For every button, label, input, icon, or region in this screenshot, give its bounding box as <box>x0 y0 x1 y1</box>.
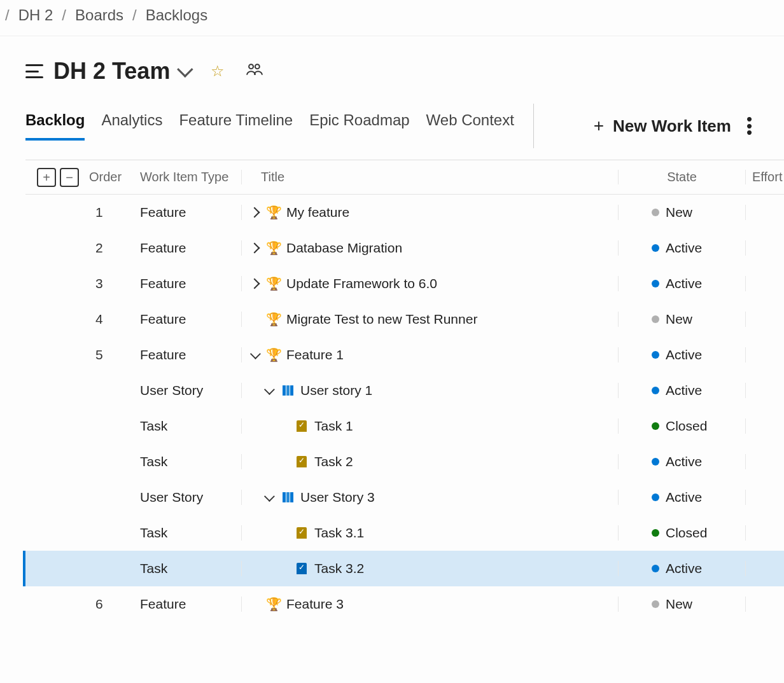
breadcrumb-item[interactable]: Backlogs <box>146 6 207 24</box>
book-icon <box>281 491 294 504</box>
table-row[interactable]: TaskTask 3.2Active <box>23 551 784 586</box>
col-title[interactable]: Title <box>242 170 619 184</box>
row-title: Feature 3 <box>286 597 344 612</box>
table-row[interactable]: TaskTask 2Active <box>25 444 784 479</box>
breadcrumb-item[interactable]: Boards <box>75 6 123 24</box>
tab-epic-roadmap[interactable]: Epic Roadmap <box>309 111 409 141</box>
state-dot-icon <box>652 387 659 394</box>
row-title: My feature <box>286 205 349 220</box>
clipboard-icon <box>295 562 308 575</box>
chevron-right-icon[interactable] <box>249 207 260 218</box>
state-dot-icon <box>652 244 659 252</box>
new-work-item-label: New Work Item <box>613 116 731 136</box>
row-title: Database Migration <box>286 240 402 256</box>
row-type: Task <box>140 525 242 541</box>
plus-icon: + <box>594 116 604 136</box>
table-row[interactable]: User StoryUser Story 3Active <box>25 479 784 515</box>
trophy-icon: 🏆 <box>267 598 280 611</box>
table-row[interactable]: User StoryUser story 1Active <box>25 373 784 408</box>
row-title: Migrate Test to new Test Runner <box>286 312 477 327</box>
expand-all-button[interactable]: + <box>37 168 56 187</box>
row-type: Feature <box>140 312 242 327</box>
table-row[interactable]: 1Feature🏆My featureNew <box>25 195 784 230</box>
page-title: DH 2 Team <box>53 58 170 85</box>
row-order: 4 <box>89 312 140 327</box>
row-type: Task <box>140 561 242 576</box>
state-dot-icon <box>652 280 659 287</box>
table-row[interactable]: 3Feature🏆Update Framework to 6.0Active <box>25 266 784 301</box>
table-row[interactable]: 6Feature🏆Feature 3New <box>25 586 784 622</box>
people-icon[interactable] <box>246 62 263 80</box>
chevron-down-icon[interactable] <box>250 348 261 359</box>
row-order: 1 <box>89 205 140 220</box>
chevron-down-icon[interactable] <box>264 491 275 502</box>
row-state: Active <box>666 276 702 291</box>
row-title: User story 1 <box>300 383 372 398</box>
chevron-down-icon[interactable] <box>264 384 275 395</box>
table-row[interactable]: TaskTask 1Closed <box>25 408 784 444</box>
table-row[interactable]: 2Feature🏆Database MigrationActive <box>25 230 784 266</box>
table-row[interactable]: 5Feature🏆Feature 1Active <box>25 337 784 373</box>
row-state: Active <box>666 347 702 362</box>
row-order: 3 <box>89 276 140 291</box>
state-dot-icon <box>652 315 659 323</box>
row-state: Active <box>666 240 702 256</box>
row-state: Active <box>666 561 702 576</box>
tab-web-context[interactable]: Web Context <box>426 111 514 141</box>
row-title: Update Framework to 6.0 <box>286 276 437 291</box>
table-row[interactable]: TaskTask 3.1Closed <box>25 515 784 551</box>
row-title: Feature 1 <box>286 347 344 362</box>
kebab-icon[interactable]: ••• <box>746 116 752 135</box>
col-state[interactable]: State <box>619 170 746 184</box>
trophy-icon: 🏆 <box>267 206 280 219</box>
clipboard-icon <box>295 420 308 432</box>
chevron-down-icon[interactable] <box>178 61 193 77</box>
row-state: Active <box>666 490 702 505</box>
row-state: Active <box>666 454 702 469</box>
row-type: Task <box>140 418 242 434</box>
trophy-icon: 🏆 <box>267 277 280 290</box>
tab-analytics[interactable]: Analytics <box>101 111 162 141</box>
state-dot-icon <box>652 493 659 501</box>
row-type: Feature <box>140 240 242 256</box>
tabs-row: BacklogAnalyticsFeature TimelineEpic Roa… <box>0 91 784 148</box>
row-state: New <box>666 205 692 220</box>
col-type[interactable]: Work Item Type <box>140 170 242 184</box>
grid-header: + − Order Work Item Type Title State Eff… <box>25 160 784 195</box>
breadcrumb: / DH 2 / Boards / Backlogs <box>0 0 784 36</box>
tab-feature-timeline[interactable]: Feature Timeline <box>179 111 293 141</box>
chevron-right-icon[interactable] <box>249 243 260 254</box>
new-work-item-button[interactable]: + New Work Item <box>594 116 731 136</box>
col-order[interactable]: Order <box>89 170 140 184</box>
trophy-icon: 🏆 <box>267 242 280 254</box>
table-row[interactable]: 4Feature🏆Migrate Test to new Test Runner… <box>25 301 784 337</box>
book-icon <box>281 384 294 397</box>
row-type: Task <box>140 454 242 469</box>
star-icon[interactable]: ☆ <box>211 62 225 80</box>
state-dot-icon <box>652 422 659 430</box>
row-title: Task 2 <box>314 454 353 469</box>
row-state: New <box>666 312 692 327</box>
row-type: Feature <box>140 205 242 220</box>
chevron-right-icon[interactable] <box>249 279 260 289</box>
row-type: Feature <box>140 276 242 291</box>
collapse-all-button[interactable]: − <box>60 168 79 187</box>
divider <box>533 104 534 148</box>
row-type: User Story <box>140 490 242 505</box>
breadcrumb-item[interactable]: DH 2 <box>18 6 53 24</box>
row-title: User Story 3 <box>300 490 375 505</box>
row-order: 5 <box>89 347 140 362</box>
state-dot-icon <box>652 458 659 466</box>
row-state: Closed <box>666 418 707 434</box>
row-type: Feature <box>140 597 242 612</box>
backlog-grid: + − Order Work Item Type Title State Eff… <box>25 160 784 622</box>
row-type: Feature <box>140 347 242 362</box>
clipboard-icon <box>295 527 308 539</box>
clipboard-icon <box>295 455 308 468</box>
svg-point-1 <box>255 64 260 69</box>
state-dot-icon <box>652 351 659 359</box>
col-effort[interactable]: Effort <box>746 170 784 184</box>
svg-point-0 <box>249 64 254 69</box>
tab-backlog[interactable]: Backlog <box>25 111 85 141</box>
hamburger-icon[interactable] <box>25 64 43 78</box>
